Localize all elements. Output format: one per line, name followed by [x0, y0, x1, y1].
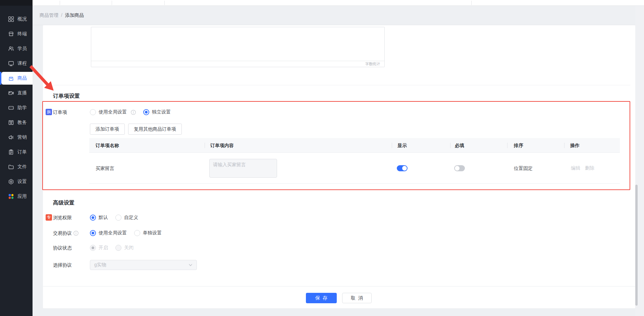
sidebar-item-settings[interactable]: 设置: [0, 175, 33, 188]
marketing-megaphone-icon: [8, 134, 14, 140]
order-item-field-row: 旗 订单项 使用全局设置 独立设置: [43, 108, 613, 116]
sidebar-item-terminal[interactable]: 终端: [0, 28, 33, 40]
radio-label: 默认: [99, 215, 108, 221]
column-divider: [392, 143, 392, 148]
radio-circle-icon: [134, 230, 140, 236]
sidebar-item-apps[interactable]: 应用: [0, 190, 33, 203]
select-agreement-label: 选择协议: [53, 260, 72, 270]
tab-divider: [164, 1, 165, 5]
view-permission-row: 专 浏览权限 默认 自定义: [43, 214, 613, 222]
sidebar-item-label: 设置: [17, 179, 27, 185]
radio-separate-agreement[interactable]: 单独设置: [134, 230, 162, 236]
sidebar-item-label: 教务: [17, 120, 27, 126]
buyer-message-input[interactable]: [209, 159, 277, 178]
required-toggle[interactable]: [454, 165, 465, 171]
table-row: 买家留言 位置固定 编辑 删除: [89, 153, 620, 184]
col-header-actions: 操作: [570, 138, 580, 153]
radio-independent-settings[interactable]: 独立设置: [143, 109, 171, 115]
tab-divider: [60, 1, 60, 5]
cancel-button[interactable]: 取消: [342, 293, 372, 303]
reuse-order-item-button[interactable]: 复用其他商品订单项: [128, 124, 182, 135]
order-item-field-label: 订单项: [53, 108, 67, 116]
radio-use-global-settings[interactable]: 使用全局设置: [90, 109, 136, 115]
radio-default[interactable]: 默认: [90, 215, 108, 221]
column-divider: [205, 143, 205, 148]
agreement-status-label: 协议状态: [53, 244, 72, 252]
sidebar-item-label: 商品: [17, 75, 27, 81]
trade-agreement-radio-group: 使用全局设置 单独设置: [90, 229, 162, 237]
scrollbar-gutter: [635, 6, 644, 316]
radio-label: 关闭: [124, 245, 133, 251]
agreement-status-row: 协议状态 开启 关闭: [43, 244, 613, 252]
sidebar-item-orders[interactable]: 订单: [0, 146, 33, 159]
radio-label: 使用全局设置: [99, 109, 127, 115]
radio-global-agreement[interactable]: 使用全局设置: [90, 230, 127, 236]
sidebar-item-files[interactable]: 文件: [0, 161, 33, 173]
active-indicator-bar: [0, 72, 1, 85]
save-button[interactable]: 保存: [306, 293, 337, 303]
sidebar-item-goods[interactable]: 商品: [1, 72, 33, 85]
radio-status-on[interactable]: 开启: [90, 245, 108, 251]
show-toggle[interactable]: [397, 165, 408, 171]
tab-divider: [471, 1, 472, 5]
column-divider: [507, 143, 507, 148]
sidebar-item-courses[interactable]: 课程: [0, 57, 33, 70]
sidebar-item-label: 营销: [17, 134, 27, 140]
pro-tag-icon: 专: [46, 214, 52, 221]
order-item-name: 买家留言: [96, 153, 114, 184]
form-card: 字数统计 订单项设置 旗 订单项 使用全局设置 独立设置: [43, 25, 635, 308]
view-permission-label: 浏览权限: [53, 214, 72, 222]
agreement-select[interactable]: g实物: [90, 260, 197, 270]
orders-clipboard-icon: [8, 149, 14, 155]
delete-link[interactable]: 删除: [585, 165, 594, 171]
info-icon[interactable]: [73, 231, 78, 236]
sidebar-item-overview[interactable]: 概况: [0, 13, 33, 26]
radio-circle-icon: [90, 230, 96, 236]
radio-label: 独立设置: [152, 109, 171, 115]
row-actions: 编辑 删除: [571, 153, 594, 184]
sidebar-item-academic[interactable]: 教务: [0, 116, 33, 129]
study-aid-icon: [8, 105, 14, 111]
apps-colored-icon: [8, 193, 14, 199]
live-camera-icon: [8, 90, 14, 96]
radio-status-off[interactable]: 关闭: [115, 245, 133, 251]
sidebar-item-label: 订单: [17, 149, 27, 155]
agreement-status-radio-group: 开启 关闭: [90, 244, 133, 252]
breadcrumb-parent-link[interactable]: 商品管理: [40, 12, 58, 18]
sidebar-item-students[interactable]: 学员: [0, 42, 33, 55]
add-order-item-button[interactable]: 添加订单项: [90, 124, 125, 135]
description-editor-area[interactable]: [91, 27, 384, 61]
view-permission-radio-group: 默认 自定义: [90, 214, 138, 222]
scrollbar-thumb[interactable]: [635, 185, 638, 306]
terminal-store-icon: [8, 31, 14, 37]
radio-circle-icon: [90, 245, 96, 251]
radio-circle-icon: [90, 109, 96, 115]
radio-custom[interactable]: 自定义: [115, 215, 138, 221]
edit-link[interactable]: 编辑: [571, 165, 580, 171]
column-divider: [450, 143, 450, 148]
order-item-radio-group: 使用全局设置 独立设置: [90, 108, 171, 116]
sidebar-item-marketing[interactable]: 营销: [0, 131, 33, 144]
radio-label: 单独设置: [143, 230, 162, 236]
col-header-sort: 排序: [514, 138, 523, 153]
info-icon[interactable]: [131, 110, 136, 115]
label-text: 交易协议: [53, 229, 72, 237]
description-editor-box: 字数统计: [91, 27, 385, 67]
overview-grid-icon: [8, 16, 14, 22]
trade-agreement-row: 交易协议 使用全局设置 单独设置: [43, 229, 613, 237]
radio-circle-icon: [90, 215, 96, 221]
active-browser-tab[interactable]: [0, 0, 33, 6]
col-header-show: 显示: [397, 138, 407, 153]
files-folder-icon: [8, 164, 14, 170]
sidebar-item-live[interactable]: 直播: [0, 87, 33, 99]
table-header: 订单项名称 订单项内容 显示 必填 排序 操作: [89, 138, 620, 153]
courses-icon: [8, 60, 14, 66]
sidebar-item-label: 直播: [17, 90, 27, 96]
trade-agreement-label: 交易协议: [53, 229, 78, 237]
word-count-bar: 字数统计: [91, 61, 384, 67]
order-section-title: 订单项设置: [53, 92, 80, 100]
sidebar-item-study-aid[interactable]: 助学: [0, 101, 33, 114]
col-header-name: 订单项名称: [96, 138, 119, 153]
tab-divider: [112, 1, 112, 5]
order-item-buttons: 添加订单项 复用其他商品订单项: [90, 124, 182, 135]
